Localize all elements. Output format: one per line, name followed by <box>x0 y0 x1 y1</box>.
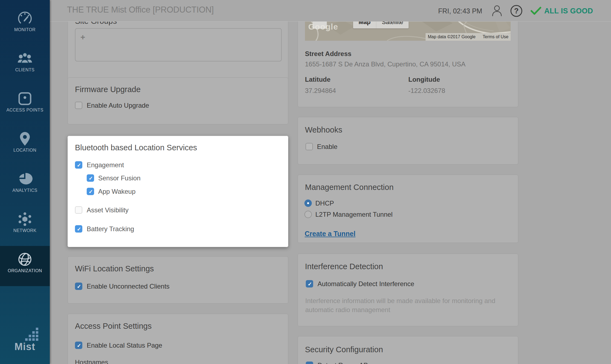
interference-note: Interference information will be made av… <box>305 296 497 314</box>
globe-icon <box>0 251 50 267</box>
enable-local-status-page-label: Enable Local Status Page <box>87 342 162 349</box>
mist-logo: Mist <box>0 341 50 353</box>
management-connection-panel: Management Connection DHCP L2TP Manageme… <box>298 175 518 243</box>
webhooks-enable-checkbox[interactable] <box>306 143 313 150</box>
enable-auto-upgrade-label: Enable Auto Upgrade <box>87 102 149 109</box>
create-tunnel-link[interactable]: Create a Tunnel <box>305 230 356 238</box>
street-address-label: Street Address <box>305 50 351 58</box>
access-point-panel: Access Point Settings Enable Local Statu… <box>68 314 288 364</box>
app-wakeup-label: App Wakeup <box>98 188 136 195</box>
svg-text:?: ? <box>514 7 519 15</box>
sidebar-item-organization[interactable]: ORGANIZATION <box>0 246 50 286</box>
map-attribution: Map data ©2017 Google Terms of Use <box>426 33 511 41</box>
longitude-label: Longitude <box>408 76 440 83</box>
webhooks-title: Webhooks <box>305 125 342 134</box>
terms-of-use-link[interactable]: Terms of Use <box>483 34 508 39</box>
sidebar-item-network[interactable]: NETWORK <box>0 206 50 246</box>
latitude-label: Latitude <box>305 76 330 83</box>
wifi-location-panel: WiFi Location Settings Enable Unconnecte… <box>68 256 288 304</box>
dhcp-radio[interactable] <box>304 199 312 207</box>
detect-rogue-aps-checkbox[interactable] <box>306 362 313 364</box>
asset-visibility-label: Asset Visibility <box>87 206 129 214</box>
engagement-checkbox[interactable] <box>75 161 82 169</box>
hostnames-label: Hostnames <box>75 359 108 364</box>
app-wakeup-checkbox[interactable] <box>87 188 94 195</box>
security-title: Security Configuration <box>305 345 383 354</box>
page-title: THE TRUE Mist Office [PRODUCTION] <box>67 5 214 15</box>
site-groups-input[interactable]: + <box>75 28 282 61</box>
latitude-value: 37.294864 <box>305 87 336 95</box>
engagement-label: Engagement <box>87 161 124 169</box>
sensor-fusion-label: Sensor Fusion <box>98 174 141 182</box>
asset-visibility-checkbox[interactable] <box>75 206 82 214</box>
security-configuration-panel: Security Configuration Detect Rogue APs <box>298 336 518 364</box>
bluetooth-title: Bluetooth based Location Services <box>75 143 197 152</box>
site-location-panel: Google Map Satellite Map data ©2017 Goog… <box>298 10 518 107</box>
sidebar-item-monitor[interactable]: MONITOR <box>0 5 50 45</box>
gauge-icon <box>0 10 50 26</box>
people-icon <box>0 51 50 66</box>
header: THE TRUE Mist Office [PRODUCTION] FRI, 0… <box>50 0 611 22</box>
l2tp-radio[interactable] <box>304 211 312 218</box>
access-point-icon <box>0 91 50 107</box>
map-data-credit: Map data ©2017 Google <box>428 34 476 39</box>
map-pin-icon <box>0 131 50 147</box>
auto-detect-interference-label: Automatically Detect Interference <box>318 280 414 288</box>
detect-rogue-aps-label: Detect Rogue APs <box>318 362 371 364</box>
access-point-title: Access Point Settings <box>75 322 152 331</box>
battery-tracking-checkbox[interactable] <box>75 225 82 233</box>
management-title: Management Connection <box>305 183 394 192</box>
enable-auto-upgrade-checkbox[interactable] <box>75 102 82 109</box>
bluetooth-location-panel: Bluetooth based Location Services Engage… <box>68 136 288 247</box>
google-watermark: Google <box>308 22 338 31</box>
wifi-title: WiFi Location Settings <box>75 264 154 273</box>
longitude-value: -122.032678 <box>408 87 445 95</box>
enable-unconnected-clients-label: Enable Unconnected Clients <box>87 283 170 290</box>
help-icon[interactable]: ? <box>510 5 523 18</box>
battery-tracking-label: Battery Tracking <box>87 225 134 233</box>
firmware-title: Firmware Upgrade <box>75 85 141 94</box>
status-indicator[interactable]: ALL IS GOOD <box>531 7 593 15</box>
interference-detection-panel: Interference Detection Automatically Det… <box>298 254 518 326</box>
webhooks-panel: Webhooks Enable <box>298 117 518 165</box>
sidebar-item-analytics[interactable]: ANALYTICS <box>0 166 50 206</box>
pie-chart-icon <box>0 171 50 187</box>
status-text: ALL IS GOOD <box>544 7 593 15</box>
sidebar: MONITOR CLIENTS ACCESS POINTS LO <box>0 0 50 364</box>
sidebar-item-clients[interactable]: CLIENTS <box>0 45 50 85</box>
webhooks-enable-label: Enable <box>317 143 337 151</box>
street-address-value: 1655-1687 S De Anza Blvd, Cupertino, CA … <box>305 60 465 68</box>
sidebar-item-location[interactable]: LOCATION <box>0 125 50 166</box>
hex-network-icon <box>0 211 50 227</box>
firmware-upgrade-panel: Firmware Upgrade Enable Auto Upgrade <box>68 77 288 124</box>
user-account-icon[interactable] <box>491 5 502 17</box>
site-groups-panel: Site Groups + <box>68 11 288 89</box>
header-clock: FRI, 02:43 PM <box>438 7 482 15</box>
enable-unconnected-clients-checkbox[interactable] <box>75 283 82 290</box>
auto-detect-interference-checkbox[interactable] <box>306 280 313 287</box>
dhcp-label: DHCP <box>315 199 334 207</box>
check-icon <box>531 7 542 15</box>
l2tp-label: L2TP Management Tunnel <box>315 211 392 218</box>
interference-title: Interference Detection <box>305 262 383 271</box>
add-site-group-button[interactable]: + <box>80 33 85 42</box>
sensor-fusion-checkbox[interactable] <box>87 174 94 182</box>
enable-local-status-page-checkbox[interactable] <box>75 342 82 349</box>
sidebar-item-access-points[interactable]: ACCESS POINTS <box>0 85 50 125</box>
mist-logo-bars <box>25 327 39 343</box>
